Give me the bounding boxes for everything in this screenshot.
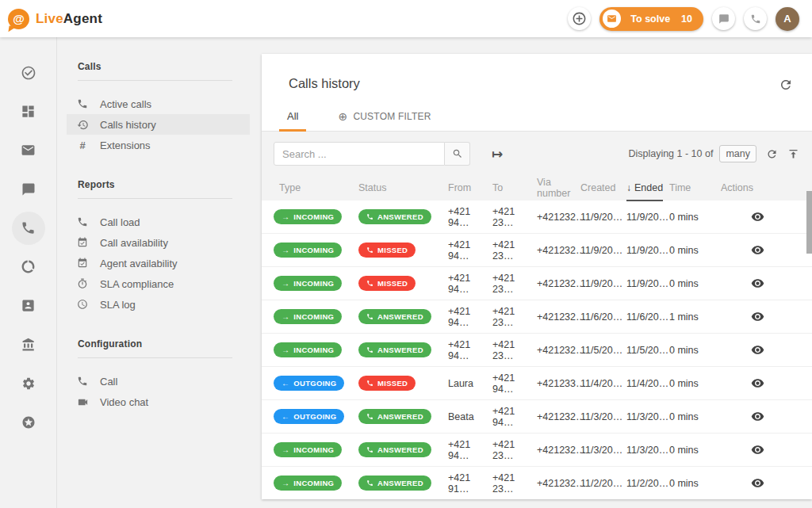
time-cell: 1 mins (669, 311, 721, 323)
col-type[interactable]: Type (274, 182, 358, 193)
table-row[interactable]: ←OUTGOING ANSWERED Beata +421 94… +42123… (262, 400, 812, 434)
table-row[interactable]: →INCOMING MISSED +421 94… +421 23… +4212… (262, 267, 812, 300)
direction-arrow-icon: → (282, 313, 289, 321)
tab-bar: All ⊕ CUSTOM FILTER (262, 110, 812, 132)
view-call-button[interactable] (751, 210, 764, 223)
table-row[interactable]: →INCOMING ANSWERED +421 94… +421 23… +42… (262, 201, 812, 234)
table-row[interactable]: →INCOMING MISSED +421 94… +421 23… +4212… (262, 234, 812, 267)
tab-all[interactable]: All (279, 110, 306, 132)
call-status-badge: ANSWERED (358, 309, 431, 324)
refresh-button[interactable] (779, 78, 793, 92)
section-title: Calls (78, 61, 232, 72)
rail-item-mail[interactable] (0, 131, 56, 170)
col-via-number[interactable]: Via number (537, 177, 580, 199)
from-cell: +421 94… (448, 306, 492, 328)
rail-item-settings[interactable] (0, 364, 56, 403)
scroll-to-top-button[interactable] (787, 148, 799, 160)
menu-item-call-load[interactable]: Call load (67, 212, 250, 232)
from-cell: +421 94… (448, 273, 492, 295)
col-from[interactable]: From (448, 182, 492, 193)
mail-icon (607, 13, 617, 24)
menu-item-call-availability[interactable]: Call availability (67, 232, 250, 253)
user-avatar[interactable]: A (776, 7, 799, 31)
plus-circle-icon (572, 11, 587, 26)
to-solve-count: 10 (681, 13, 692, 25)
view-call-button[interactable] (751, 243, 764, 257)
table-row[interactable]: →INCOMING ANSWERED +421 91… +421 23… +42… (262, 467, 812, 499)
search-button[interactable] (445, 142, 470, 166)
total-count-chip[interactable]: many (719, 145, 756, 162)
logo-bubble-icon: @ (8, 9, 29, 29)
call-status-badge: ANSWERED (358, 209, 431, 224)
call-direction-badge: →INCOMING (274, 442, 342, 457)
menu-item-calls-history[interactable]: Calls history (67, 114, 250, 135)
menu-item-call-config[interactable]: Call (67, 371, 250, 392)
table-row[interactable]: ←OUTGOING MISSED Laura +421 94… +421233…… (262, 367, 812, 400)
rail-item-calls[interactable] (0, 208, 56, 247)
liveagent-logo[interactable]: @ LiveAgent (8, 9, 102, 29)
rail-item-contacts[interactable] (0, 286, 56, 325)
col-time[interactable]: Time (669, 182, 721, 193)
to-solve-label: To solve (630, 13, 670, 25)
envelope-circle (603, 10, 621, 28)
call-load-icon (77, 216, 88, 227)
col-to[interactable]: To (492, 182, 537, 193)
created-cell: 11/9/20… (580, 212, 626, 223)
tab-custom-filter[interactable]: ⊕ CUSTOM FILTER (330, 111, 439, 131)
col-status[interactable]: Status (358, 182, 448, 193)
table-body: →INCOMING ANSWERED +421 94… +421 23… +42… (262, 201, 812, 499)
col-ended-sorted[interactable]: ↓Ended (626, 182, 663, 201)
view-call-button[interactable] (751, 476, 764, 490)
rail-item-company[interactable] (0, 325, 56, 364)
calls-button[interactable] (744, 7, 767, 30)
top-header: @ LiveAgent To solve 10 A (0, 0, 812, 37)
view-call-button[interactable] (751, 343, 764, 357)
table-row[interactable]: →INCOMING ANSWERED +421 94… +421 23… +42… (262, 334, 812, 367)
to-solve-button[interactable]: To solve 10 (599, 7, 703, 31)
view-call-button[interactable] (751, 310, 764, 323)
calls-menu: Calls Active calls Calls history # Exten… (57, 37, 250, 508)
divider (78, 198, 232, 199)
from-cell: +421 94… (448, 339, 492, 361)
bank-icon (21, 338, 36, 352)
menu-item-video-chat[interactable]: Video chat (67, 392, 250, 412)
reload-list-button[interactable] (766, 148, 778, 160)
calls-history-card: Calls history All ⊕ CUSTOM FILTER (262, 54, 812, 499)
search-input[interactable] (274, 142, 445, 166)
chats-button[interactable] (712, 7, 735, 30)
ended-cell: 11/9/20… (626, 212, 669, 223)
sort-desc-icon: ↓ (626, 182, 631, 193)
forward-filter-icon[interactable]: ↦ (492, 147, 503, 161)
table-row[interactable]: →INCOMING ANSWERED +421 94… +421 23… +42… (262, 300, 812, 334)
col-created[interactable]: Created (580, 182, 626, 193)
menu-item-sla-log[interactable]: SLA log (67, 294, 250, 315)
rail-item-reports[interactable] (0, 247, 56, 286)
view-call-button[interactable] (751, 277, 764, 290)
ended-cell: 11/3/20… (626, 445, 669, 456)
view-call-button[interactable] (751, 443, 764, 456)
ended-cell: 11/9/20… (626, 245, 669, 256)
menu-item-extensions[interactable]: # Extensions (67, 135, 250, 155)
ended-cell: 11/3/20… (626, 411, 669, 422)
via-number-cell: +421232… (537, 411, 580, 422)
menu-item-sla-compliance[interactable]: SLA compliance (67, 273, 250, 294)
col-actions: Actions (721, 182, 812, 193)
from-cell: Laura (448, 378, 492, 389)
table-row[interactable]: →INCOMING ANSWERED +421 94… +421 23… +42… (262, 434, 812, 467)
rail-item-chat[interactable] (0, 170, 56, 208)
view-call-button[interactable] (751, 410, 764, 423)
to-cell: +421 23… (492, 339, 537, 361)
rail-item-dashboard[interactable] (0, 92, 56, 131)
menu-item-agent-availability[interactable]: Agent availability (67, 253, 250, 273)
menu-section-calls: Calls Active calls Calls history # Exten… (78, 61, 232, 155)
to-cell: +421 23… (492, 273, 537, 295)
ended-cell: 11/5/20… (626, 345, 669, 356)
rail-item-stars[interactable] (0, 403, 56, 441)
menu-item-active-calls[interactable]: Active calls (67, 94, 250, 114)
add-new-button[interactable] (568, 7, 591, 30)
rail-item-tickets[interactable] (0, 53, 56, 92)
vertical-scrollbar[interactable] (806, 191, 812, 254)
view-call-button[interactable] (751, 376, 764, 390)
upload-top-icon (787, 148, 799, 160)
to-cell: +421 23… (492, 439, 537, 461)
